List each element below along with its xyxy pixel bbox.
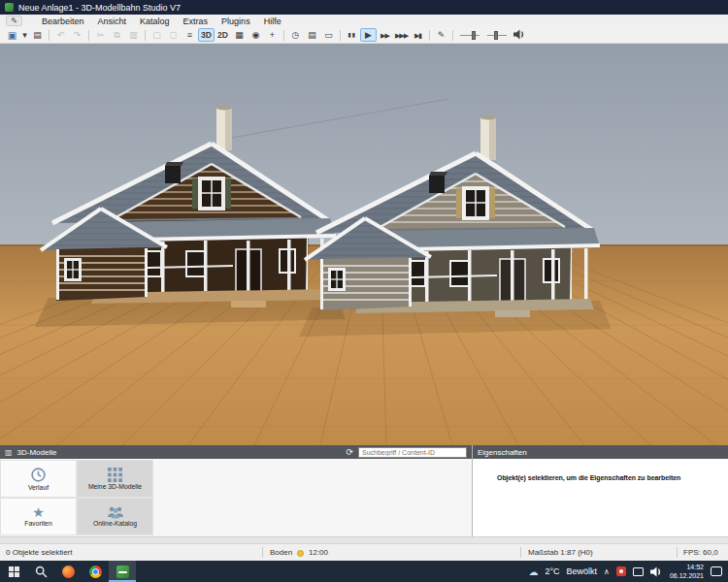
print-icon[interactable]: ▤ <box>29 28 46 42</box>
volume-slider[interactable] <box>485 28 509 42</box>
taskbar-search-button[interactable] <box>27 561 54 582</box>
taskbar-clock[interactable]: 14:52 06.12.2021 <box>670 563 704 580</box>
display-icon[interactable] <box>633 567 644 576</box>
clock-date: 06.12.2021 <box>670 571 704 580</box>
tab-favoriten[interactable]: ★ Favoriten <box>0 498 77 535</box>
status-layer: Boden <box>270 548 292 557</box>
snap-icon[interactable]: ◉ <box>248 28 264 42</box>
windows-taskbar: ☁ 2°C Bewölkt ∧ 14:52 06.12.2021 <box>0 561 728 582</box>
edit-mode-icon[interactable]: ✎ <box>6 16 22 26</box>
window-title: Neue Anlage1 - 3D-Modellbahn Studio V7 <box>18 3 181 13</box>
status-selection: 0 Objekte selektiert <box>6 548 72 557</box>
models-panel-header: ▥ 3D-Modelle ⟳ <box>0 445 472 459</box>
weather-condition[interactable]: Bewölkt <box>567 566 598 576</box>
speed-slider[interactable] <box>458 28 481 42</box>
view-2d-button[interactable]: 2D <box>215 28 231 42</box>
tray-app-red-icon[interactable] <box>616 566 626 576</box>
toolbar-separator <box>145 30 146 41</box>
search-input[interactable] <box>358 447 467 458</box>
paste-icon[interactable]: ▥ <box>125 28 142 42</box>
tab-label: Meine 3D-Modelle <box>88 483 142 491</box>
menu-katalog[interactable]: Katalog <box>133 16 177 26</box>
people-icon <box>107 505 124 519</box>
fast-forward-button[interactable]: ▶▶ <box>377 28 393 42</box>
tab-online-katalog[interactable]: Online-Katalog <box>77 498 153 535</box>
grid-icon[interactable]: ▦ <box>231 28 248 42</box>
select-tool-icon[interactable]: ▢ <box>149 28 165 42</box>
firefox-icon <box>62 566 75 578</box>
layers-icon[interactable]: ≡ <box>182 28 198 42</box>
daytime-sun-icon <box>297 550 304 557</box>
speaker-icon[interactable] <box>513 26 526 44</box>
models-panel: ▥ 3D-Modelle ⟳ Verlauf Meine 3D-Modelle … <box>0 445 473 536</box>
add-object-icon[interactable]: + <box>264 28 281 42</box>
status-bar: 0 Objekte selektiert Boden 12:00 Maßstab… <box>0 543 728 561</box>
properties-panel-header: Eigenschaften <box>473 445 728 459</box>
save-icon[interactable]: ▣ <box>4 28 20 42</box>
status-scale: Maßstab 1:87 (H0) <box>528 548 593 557</box>
taskbar-firefox-button[interactable] <box>54 561 82 582</box>
timetable-icon[interactable]: ▤ <box>304 28 320 42</box>
taskbar-studio-app-button[interactable] <box>109 561 136 582</box>
view-3d-button[interactable]: 3D <box>198 28 215 42</box>
app-icon <box>5 3 14 12</box>
undo-icon[interactable]: ↶ <box>52 28 69 42</box>
tab-meine-3d-modelle[interactable]: Meine 3D-Modelle <box>77 460 153 498</box>
properties-empty-message: Objekt(e) selektieren, um die Eigenschaf… <box>497 474 728 481</box>
save-menu-caret-icon[interactable]: ▾ <box>20 28 29 42</box>
clock-time: 14:52 <box>670 563 704 571</box>
panel-dock-icon[interactable]: ▥ <box>5 448 13 457</box>
menu-plugins[interactable]: Plugins <box>215 16 257 26</box>
models-panel-title: 3D-Modelle <box>17 448 57 457</box>
draw-tool-icon[interactable]: ✎ <box>433 28 449 42</box>
windows-logo-icon <box>9 566 19 577</box>
menu-hilfe[interactable]: Hilfe <box>257 16 288 26</box>
weather-cloud-icon[interactable]: ☁ <box>528 566 538 577</box>
status-sim-time: 12:00 <box>309 548 328 557</box>
notification-center-icon[interactable] <box>711 566 722 576</box>
pause-button[interactable]: ▮▮ <box>344 28 360 42</box>
taskbar-browser-button[interactable] <box>82 561 109 582</box>
play-button[interactable]: ▶ <box>360 28 377 42</box>
models-grid-icon <box>108 468 122 482</box>
redo-icon[interactable]: ↷ <box>69 28 85 42</box>
toolbar-separator <box>452 30 453 41</box>
star-icon: ★ <box>32 505 45 519</box>
weather-temperature[interactable]: 2°C <box>545 566 559 576</box>
status-fps: FPS: 60,0 <box>683 548 718 557</box>
toolbar-separator <box>283 30 284 41</box>
properties-panel-title: Eigenschaften <box>478 448 527 457</box>
panel-bottom-strip <box>0 536 728 543</box>
copy-icon[interactable]: ⧉ <box>109 28 125 42</box>
tab-label: Online-Katalog <box>93 520 137 528</box>
system-tray: ☁ 2°C Bewölkt ∧ 14:52 06.12.2021 <box>528 563 728 580</box>
properties-panel: Eigenschaften Objekt(e) selektieren, um … <box>473 445 728 536</box>
refresh-icon[interactable]: ⟳ <box>346 447 353 457</box>
menu-ansicht[interactable]: Ansicht <box>91 16 134 26</box>
start-button[interactable] <box>0 561 27 582</box>
toolbar-separator <box>429 30 430 41</box>
search-icon <box>35 566 48 578</box>
main-toolbar: ▣ ▾ ▤ ↶ ↷ ✂ ⧉ ▥ ▢ ◻ ≡ 3D 2D ▦ ◉ + ◷ ▤ ▭ … <box>0 27 728 44</box>
clock-icon[interactable]: ◷ <box>287 28 304 42</box>
menu-extras[interactable]: Extras <box>177 16 215 26</box>
tab-label: Verlauf <box>28 484 49 492</box>
chrome-icon <box>89 566 102 578</box>
tab-verlauf[interactable]: Verlauf <box>0 460 77 498</box>
history-clock-icon <box>30 467 47 483</box>
toolbar-separator <box>88 30 89 41</box>
fastest-forward-button[interactable]: ▶▶▶ <box>393 28 410 42</box>
camera-view-icon[interactable]: ▭ <box>320 28 337 42</box>
skip-end-button[interactable]: ▶▮ <box>410 28 426 42</box>
marquee-tool-icon[interactable]: ◻ <box>165 28 182 42</box>
toolbar-separator <box>49 30 50 41</box>
cut-icon[interactable]: ✂ <box>92 28 109 42</box>
volume-icon[interactable] <box>650 566 663 577</box>
viewport-3d[interactable] <box>0 44 728 445</box>
tray-expand-icon[interactable]: ∧ <box>604 567 610 576</box>
studio-app-icon <box>116 566 129 578</box>
menu-bearbeiten[interactable]: Bearbeiten <box>35 16 91 26</box>
window-titlebar: Neue Anlage1 - 3D-Modellbahn Studio V7 <box>0 0 728 15</box>
toolbar-separator <box>340 30 341 41</box>
catalog-tabs: Verlauf Meine 3D-Modelle ★ Favoriten Onl… <box>0 460 153 535</box>
